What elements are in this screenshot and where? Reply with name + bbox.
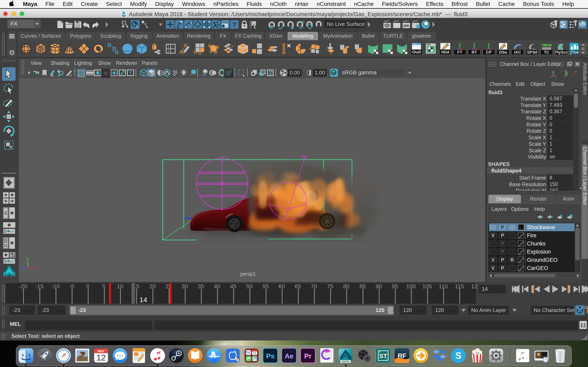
svg-text:FT: FT xyxy=(457,50,462,54)
svg-text:MAY: MAY xyxy=(98,349,104,353)
svg-text:PlyScr: PlyScr xyxy=(555,50,567,54)
svg-text:persp1: persp1 xyxy=(240,271,256,277)
svg-text:Hist: Hist xyxy=(441,50,449,54)
svg-text:Outl: Outl xyxy=(412,50,421,54)
svg-text:CP: CP xyxy=(486,50,492,54)
svg-text:Ps: Ps xyxy=(266,352,275,360)
svg-text:IAC: IAC xyxy=(514,50,521,54)
svg-text:T: T xyxy=(129,71,132,76)
svg-text:y: y xyxy=(26,256,29,261)
svg-text:x: x xyxy=(34,266,36,270)
svg-text:SP3d: SP3d xyxy=(527,50,537,54)
svg-text:ST: ST xyxy=(379,352,387,359)
svg-text:MAYA: MAYA xyxy=(342,360,349,363)
svg-text:TC: TC xyxy=(544,50,549,54)
svg-text:MB: MB xyxy=(122,16,125,17)
svg-text:DSo: DSo xyxy=(499,50,507,54)
svg-text:12: 12 xyxy=(253,352,256,355)
svg-text:Pr: Pr xyxy=(304,352,311,360)
svg-text:RT: RT xyxy=(472,50,477,54)
svg-text:TREAD: TREAD xyxy=(541,43,552,47)
svg-text:IPR: IPR xyxy=(404,24,409,28)
svg-text:Ae: Ae xyxy=(285,352,293,360)
svg-text:12: 12 xyxy=(96,353,106,362)
svg-text:z: z xyxy=(21,264,23,269)
svg-text:S: S xyxy=(455,350,462,361)
